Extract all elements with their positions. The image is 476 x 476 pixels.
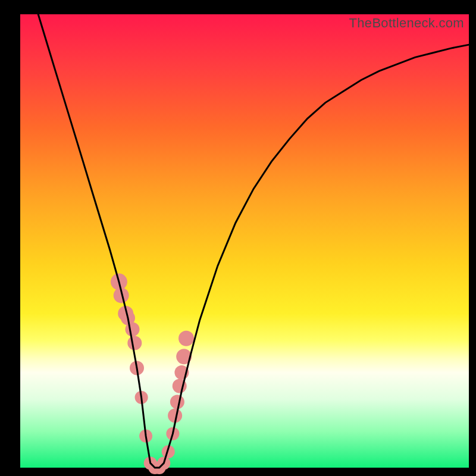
marker-group [111, 274, 194, 474]
data-marker [170, 395, 184, 409]
bottleneck-curve [38, 14, 469, 468]
chart-svg [20, 14, 469, 468]
data-marker [127, 336, 142, 350]
data-marker [178, 331, 194, 346]
data-marker [126, 322, 140, 337]
plot-area: TheBottleneck.com [20, 14, 469, 468]
chart-frame: TheBottleneck.com [0, 0, 476, 476]
